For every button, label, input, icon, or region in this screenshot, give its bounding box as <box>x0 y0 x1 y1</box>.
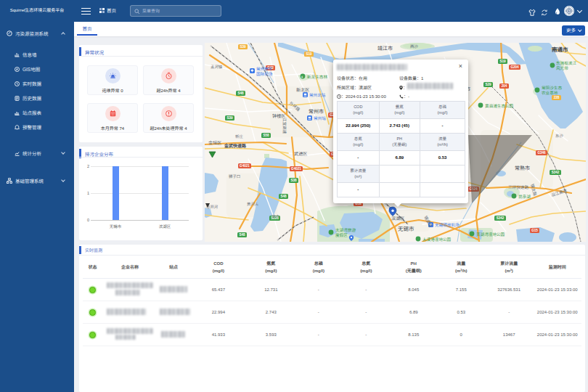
svg-text:G4021: G4021 <box>291 167 301 171</box>
svg-text:江宜高速: 江宜高速 <box>282 118 287 134</box>
svg-text:贡湖湾湿地公园: 贡湖湾湿地公园 <box>476 232 505 237</box>
svg-text:滨湖区: 滨湖区 <box>391 216 405 221</box>
svg-text:S48: S48 <box>280 195 287 198</box>
svg-text:太湖湾旅游: 太湖湾旅游 <box>335 228 356 232</box>
svg-text:金坛区: 金坛区 <box>208 140 222 145</box>
svg-text:无锡市: 无锡市 <box>398 226 415 232</box>
svg-text:G346: G346 <box>537 151 546 155</box>
svg-text:G204: G204 <box>510 65 519 69</box>
svg-text:S39: S39 <box>240 45 246 49</box>
svg-text:S19: S19 <box>499 60 506 63</box>
svg-text:⚘: ⚘ <box>301 75 303 79</box>
svg-text:S342: S342 <box>552 171 560 174</box>
svg-text:常州市: 常州市 <box>309 109 324 114</box>
svg-text:三环快速路: 三环快速路 <box>508 185 528 189</box>
svg-text:S10: S10 <box>306 52 312 56</box>
svg-text:S39: S39 <box>226 116 233 120</box>
svg-text:常熟市: 常熟市 <box>515 166 530 171</box>
svg-text:黄河头: 黄河头 <box>247 202 259 206</box>
svg-text:国际机场: 国际机场 <box>256 72 273 76</box>
svg-text:风光带: 风光带 <box>556 66 568 70</box>
svg-text:东沙: 东沙 <box>555 134 563 138</box>
svg-text:常阴沙生态: 常阴沙生态 <box>542 86 562 90</box>
svg-text:S58: S58 <box>263 134 269 137</box>
svg-text:228: 228 <box>554 96 560 99</box>
svg-text:大溪港湿地公园: 大溪港湿地公园 <box>422 237 452 242</box>
svg-text:S342: S342 <box>497 216 505 220</box>
svg-text:孟河镇: 孟河镇 <box>211 65 223 69</box>
svg-text:常州奔牛: 常州奔牛 <box>256 67 273 71</box>
svg-text:金武快速路: 金武快速路 <box>224 143 247 148</box>
svg-text:农业基地: 农业基地 <box>542 91 558 95</box>
svg-text:新庄: 新庄 <box>235 134 243 139</box>
svg-text:204: 204 <box>502 84 507 88</box>
svg-text:无锡硕放机场: 无锡硕放机场 <box>435 223 460 227</box>
svg-text:S29: S29 <box>485 83 491 86</box>
svg-text:南通市: 南通市 <box>552 46 568 53</box>
svg-text:东洲枢滨江: 东洲枢滨江 <box>556 61 576 65</box>
svg-text:S48: S48 <box>239 233 245 237</box>
svg-text:度假区: 度假区 <box>335 233 348 237</box>
svg-text:G15: G15 <box>531 229 538 232</box>
svg-text:武进区: 武进区 <box>294 151 308 156</box>
svg-text:黄泗浦生态公园: 黄泗浦生态公园 <box>485 104 514 108</box>
svg-text:常州北站: 常州北站 <box>309 93 326 97</box>
svg-text:S48: S48 <box>237 91 244 95</box>
svg-text:西沙: 西沙 <box>410 44 418 49</box>
svg-text:新北区: 新北区 <box>296 87 310 92</box>
svg-text:漕仓: 漕仓 <box>271 214 279 219</box>
svg-text:G4021: G4021 <box>240 164 250 168</box>
svg-text:S38: S38 <box>290 179 297 182</box>
svg-text:新龙生态林: 新龙生态林 <box>307 75 327 79</box>
svg-text:狮子口: 狮子口 <box>229 174 240 179</box>
svg-text:昆承湖: 昆承湖 <box>518 195 531 199</box>
svg-text:常州站: 常州站 <box>314 116 326 121</box>
svg-text:靖江市: 靖江市 <box>377 46 393 51</box>
